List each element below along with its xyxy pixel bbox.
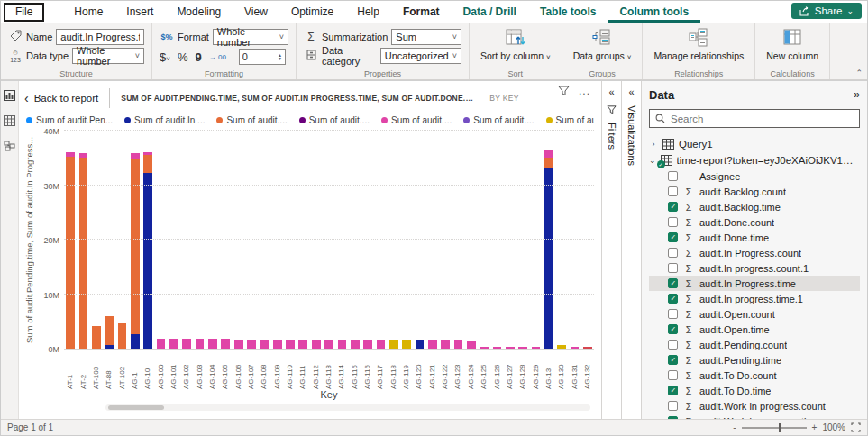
checkbox-unchecked[interactable] [668,370,678,380]
x-label-slot: AG-101 [168,351,180,389]
percent-button[interactable]: % [178,50,188,64]
tab-data-drill[interactable]: Data / Drill [452,1,528,23]
field-row-audit-backlog-time[interactable]: Σaudit.Backlog.time [649,199,860,214]
dropdown-caret-icon: ˅ [452,32,457,41]
field-name: audit.In progress.time.1 [699,294,803,304]
checkbox-unchecked[interactable] [668,171,678,181]
expand-filters-icon[interactable]: « [608,87,614,97]
checkbox-checked[interactable] [668,232,678,242]
checkbox-checked[interactable] [668,294,678,304]
comma-button[interactable]: 9 [195,50,201,64]
tree-chevron-icon[interactable]: ⌄ [649,156,656,165]
tab-format[interactable]: Format [391,1,452,23]
tab-column-tools[interactable]: Column tools [608,1,700,23]
zoom-slider[interactable] [742,427,807,429]
filter-funnel-icon[interactable] [558,86,570,96]
tree-chevron-icon[interactable]: › [649,140,658,149]
legend-item-open[interactable]: Sum of audit.... [381,115,452,125]
field-row-audit-done-count[interactable]: Σaudit.Done.count [649,214,860,230]
data-category-dropdown[interactable]: Uncategorized˅ [380,48,461,64]
checkbox-unchecked[interactable] [668,340,678,350]
legend-item-todo[interactable]: Sum of audit.... [463,115,534,125]
checkbox-unchecked[interactable] [668,401,678,411]
share-button[interactable]: Share ⌄ [791,3,862,19]
file-tab[interactable]: File [4,3,44,22]
data-type-dropdown[interactable]: Whole number˅ [72,48,144,64]
data-search-box[interactable] [649,109,860,128]
tab-insert[interactable]: Insert [114,1,165,23]
fit-to-page-icon[interactable] [851,422,861,432]
tab-home[interactable]: Home [62,1,114,23]
field-row-audit-in-progress-time[interactable]: Σaudit.In Progress.time [649,276,860,291]
field-row-audit-open-count[interactable]: Σaudit.Open.count [649,306,860,322]
table-row-time-report[interactable]: ⌄ ✓ time-report?token=eyJ0eXAiOiJKV1QiLC… [649,152,860,168]
x-label-slot: AG-130 [555,351,568,389]
report-view-icon[interactable] [4,90,15,101]
thousands-separator-button[interactable]: →.00 [209,53,226,61]
scrollbar-thumb[interactable] [108,405,164,410]
checkbox-checked[interactable] [668,386,678,395]
field-row-audit-done-time[interactable]: Σaudit.Done.time [649,230,860,245]
field-row-audit-to-do-count[interactable]: Σaudit.To Do.count [649,368,860,383]
field-row-assignee[interactable]: Assignee [649,168,860,184]
format-dropdown[interactable]: Whole number˅ [213,29,288,45]
field-row-audit-work-in-progress-count[interactable]: Σaudit.Work in progress.count [649,398,860,413]
checkbox-unchecked[interactable] [668,309,678,319]
stepper-arrows-icon[interactable]: ▲▼ [278,53,282,60]
sort-by-column-button[interactable]: Sort by column ˅ [477,28,554,61]
bar-segment-workinprogress [583,347,592,349]
field-row-audit-pending-count[interactable]: Σaudit.Pending.count [649,337,860,352]
tab-table-tools[interactable]: Table tools [528,1,608,23]
field-row-audit-to-do-time[interactable]: Σaudit.To Do.time [649,383,860,398]
new-column-button[interactable]: New column [763,28,822,61]
tab-modeling[interactable]: Modeling [165,1,233,23]
field-row-audit-in-progress-count-1[interactable]: Σaudit.In progress.count.1 [649,260,860,276]
legend-item-inprogress1[interactable]: Sum of audit.... [546,115,595,125]
checkbox-checked[interactable] [668,416,678,419]
field-row-audit-open-time[interactable]: Σaudit.Open.time [649,322,860,337]
data-groups-button[interactable]: Data groups ˅ [570,28,635,61]
expand-visualizations-icon[interactable]: « [628,87,634,97]
tab-optimize[interactable]: Optimize [279,1,345,23]
sigma-icon: Σ [683,324,694,335]
collapse-ribbon-icon[interactable]: ⌃ [855,68,863,77]
checkbox-unchecked[interactable] [668,263,678,273]
collapse-data-pane-icon[interactable]: » [854,88,860,101]
back-to-report-button[interactable]: ‹ Back to report [24,91,98,105]
zoom-slider-thumb[interactable] [779,423,781,432]
checkbox-unchecked[interactable] [668,248,678,258]
summarization-dropdown[interactable]: Sum˅ [391,29,461,45]
checkbox-unchecked[interactable] [668,186,678,196]
field-row-audit-backlog-count[interactable]: Σaudit.Backlog.count [649,184,860,199]
checkbox-checked[interactable] [668,324,678,334]
search-input[interactable] [671,114,854,124]
more-options-icon[interactable]: ... [579,85,590,97]
table-view-icon[interactable] [4,115,15,126]
legend-item-done[interactable]: Sum of audit.... [216,115,287,125]
decimal-places-stepper[interactable]: 0 ▲▼ [239,49,286,65]
visualizations-pane-label[interactable]: Visualizations [626,105,637,166]
tab-help[interactable]: Help [345,1,391,23]
bar-segment-open [157,339,166,349]
sigma-icon: Σ [683,309,694,320]
field-row-audit-pending-time[interactable]: Σaudit.Pending.time [649,352,860,368]
filters-pane-label[interactable]: Filters [607,123,617,150]
zoom-out-button[interactable]: - [733,422,736,432]
checkbox-checked[interactable] [668,202,678,212]
legend-item-backlog[interactable]: Sum of audit.... [299,115,370,125]
legend-item-inprogress[interactable]: Sum of audit.In ... [124,115,205,125]
currency-button[interactable]: $˅ [160,50,170,64]
manage-relationships-button[interactable]: Manage relationships [650,28,747,61]
table-row-query1[interactable]: › Query1 [649,136,860,152]
chart-horizontal-scrollbar[interactable] [105,404,590,411]
model-view-icon[interactable] [4,141,15,151]
tab-view[interactable]: View [233,1,279,23]
checkbox-unchecked[interactable] [668,217,678,227]
field-row-audit-in-progress-time-1[interactable]: Σaudit.In progress.time.1 [649,291,860,306]
checkbox-checked[interactable] [668,355,678,365]
checkbox-checked[interactable] [668,278,678,288]
field-row-audit-in-progress-count[interactable]: Σaudit.In Progress.count [649,245,860,260]
name-input[interactable] [60,32,140,42]
legend-item-pending[interactable]: Sum of audit.Pen... [26,115,113,125]
zoom-in-button[interactable]: + [812,422,818,432]
